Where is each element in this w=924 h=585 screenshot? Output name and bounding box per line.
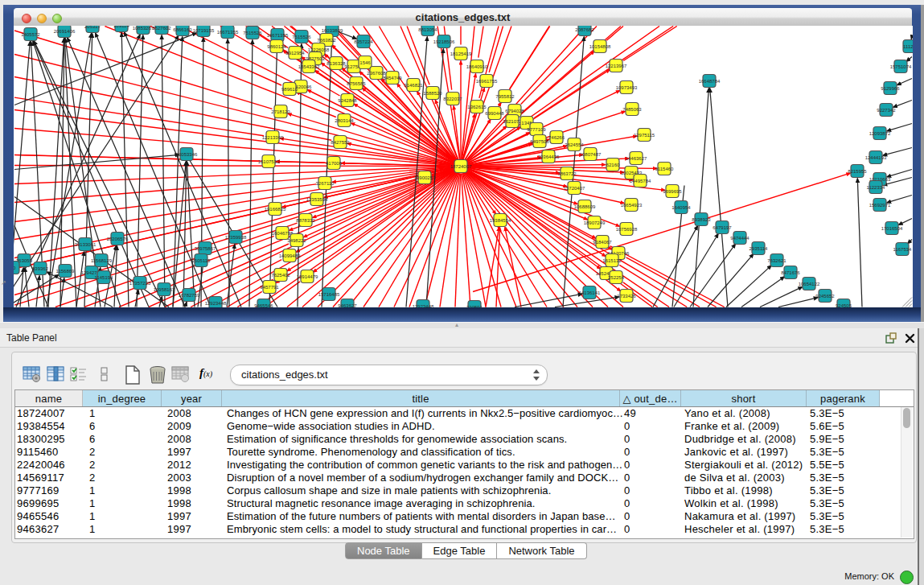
svg-text:7863722: 7863722 [557,171,577,176]
svg-text:10719155: 10719155 [193,28,215,33]
svg-text:1405572: 1405572 [21,32,40,37]
svg-text:17357225: 17357225 [129,281,151,286]
svg-text:18125419: 18125419 [450,51,472,56]
svg-text:8357224: 8357224 [354,39,373,44]
svg-text:9463627: 9463627 [338,303,357,307]
svg-text:39133061: 39133061 [75,242,97,247]
svg-text:10958167: 10958167 [154,287,175,292]
svg-text:16782759: 16782759 [179,293,200,298]
svg-text:16648784: 16648784 [699,79,721,84]
svg-text:2803144: 2803144 [335,118,354,123]
svg-text:9129966: 9129966 [881,86,900,91]
svg-text:2935114: 2935114 [749,246,769,251]
svg-text:11123: 11123 [903,44,913,49]
svg-text:12093872: 12093872 [869,131,891,136]
svg-text:7625402: 7625402 [271,273,290,278]
svg-text:7663822: 7663822 [317,38,336,43]
svg-text:16107533: 16107533 [258,159,280,164]
svg-text:939362: 939362 [32,266,49,271]
svg-text:8427552: 8427552 [331,140,350,145]
svg-text:1145194: 1145194 [95,275,114,280]
svg-text:9245652: 9245652 [815,294,835,299]
svg-text:3624554: 3624554 [565,142,584,147]
svg-text:9227342: 9227342 [877,108,896,113]
svg-text:1733426: 1733426 [617,294,636,299]
svg-text:9860124: 9860124 [267,44,286,49]
svg-text:15751074: 15751074 [890,64,912,69]
svg-text:12444193: 12444193 [865,155,887,160]
svg-text:12975115: 12975115 [634,133,655,138]
svg-text:8215955: 8215955 [848,169,867,174]
svg-text:12213967: 12213967 [606,64,627,68]
svg-text:15716485: 15716485 [318,292,340,297]
svg-text:20053346: 20053346 [176,152,198,157]
svg-text:15720407: 15720407 [564,186,585,191]
svg-text:10973493: 10973493 [616,85,638,90]
svg-text:11568129: 11568129 [91,258,113,263]
svg-text:7485063: 7485063 [622,107,642,112]
svg-text:9699695: 9699695 [663,189,682,194]
svg-text:6794028: 6794028 [505,109,524,113]
svg-text:746266: 746266 [548,135,565,140]
svg-text:20206576: 20206576 [107,237,129,241]
svg-text:62160: 62160 [606,163,620,167]
svg-text:9457791: 9457791 [260,285,279,290]
svg-text:9242848: 9242848 [338,98,357,103]
svg-text:1640954: 1640954 [671,205,691,210]
svg-text:924505: 924505 [836,303,852,307]
svg-text:7632621: 7632621 [767,258,786,263]
svg-text:8912954: 8912954 [285,51,305,56]
svg-text:2718120: 2718120 [271,109,290,114]
svg-text:1122334: 1122334 [867,185,886,190]
svg-text:8938923: 8938923 [692,217,711,222]
svg-text:12353594: 12353594 [306,197,328,202]
svg-text:9115460: 9115460 [655,167,675,171]
svg-text:1588520: 1588520 [423,91,442,96]
svg-text:9146821: 9146821 [404,83,423,88]
svg-text:8471676: 8471676 [781,270,800,275]
svg-text:9474444: 9474444 [730,236,749,241]
svg-text:12923448: 12923448 [413,304,434,307]
svg-text:10807487: 10807487 [580,152,602,157]
svg-text:14099489: 14099489 [279,253,301,258]
svg-text:12923448: 12923448 [205,301,227,306]
svg-text:19166825: 19166825 [265,207,286,212]
svg-text:16543362: 16543362 [298,64,320,69]
svg-text:10853267: 10853267 [133,26,154,31]
svg-text:10654122: 10654122 [799,282,820,286]
svg-text:3267110: 3267110 [316,181,335,186]
svg-text:209114: 209114 [113,26,129,28]
svg-text:17016504: 17016504 [881,226,903,231]
svg-text:1167534: 1167534 [893,247,913,252]
svg-text:7955812: 7955812 [495,94,515,99]
svg-text:20364436: 20364436 [538,154,560,159]
svg-text:6497508: 6497508 [530,139,549,144]
svg-text:417006: 417006 [326,161,343,166]
svg-text:14136141: 14136141 [579,290,601,295]
svg-text:1527602: 1527602 [152,26,171,31]
svg-text:19218506: 19218506 [433,39,455,44]
svg-text:16671355: 16671355 [267,33,289,38]
svg-text:9184067: 9184067 [593,240,612,245]
svg-text:8454749: 8454749 [383,76,402,80]
svg-text:9777109: 9777109 [527,127,546,132]
svg-text:3498222: 3498222 [287,238,306,243]
svg-text:10688609: 10688609 [574,204,596,209]
svg-text:252254: 252254 [608,275,625,280]
svg-text:2087682: 2087682 [575,27,594,32]
svg-text:1156869: 1156869 [56,269,76,274]
svg-text:6990448: 6990448 [485,111,504,116]
svg-text:14463627: 14463627 [626,156,647,161]
svg-text:9465546: 9465546 [254,303,273,307]
svg-text:8813054: 8813054 [418,27,437,32]
svg-text:15692971: 15692971 [869,203,891,208]
svg-text:12213369: 12213369 [262,135,284,140]
svg-text:18640910: 18640910 [466,64,488,69]
svg-text:989610: 989610 [281,87,298,92]
svg-text:7515526: 7515526 [243,31,262,35]
svg-text:7515526: 7515526 [292,35,311,39]
svg-text:10756928: 10756928 [616,227,638,232]
svg-text:8878332: 8878332 [296,218,315,223]
svg-text:14495784: 14495784 [630,179,651,183]
svg-text:10914479: 10914479 [297,274,318,279]
